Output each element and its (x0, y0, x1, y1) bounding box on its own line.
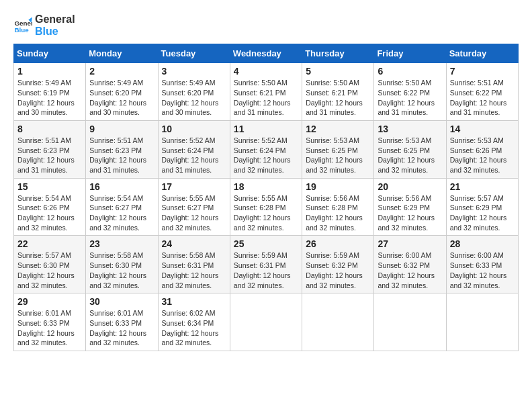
calendar-header-row: SundayMondayTuesdayWednesdayThursdayFrid… (14, 44, 519, 63)
calendar-header-tuesday: Tuesday (158, 44, 230, 63)
calendar-cell: 14 Sunrise: 5:53 AM Sunset: 6:26 PM Dayl… (446, 120, 518, 178)
day-number: 4 (234, 66, 298, 77)
day-number: 16 (89, 181, 154, 192)
day-number: 31 (162, 296, 226, 307)
day-number: 25 (234, 238, 298, 249)
day-number: 29 (17, 296, 82, 307)
calendar-cell (374, 293, 446, 351)
calendar-cell: 30 Sunrise: 6:01 AM Sunset: 6:33 PM Dayl… (86, 293, 158, 351)
calendar-cell: 16 Sunrise: 5:54 AM Sunset: 6:27 PM Dayl… (86, 178, 158, 236)
day-info: Sunrise: 5:51 AM Sunset: 6:23 PM Dayligh… (89, 136, 154, 175)
day-info: Sunrise: 5:56 AM Sunset: 6:28 PM Dayligh… (306, 193, 370, 233)
calendar-cell: 21 Sunrise: 5:57 AM Sunset: 6:29 PM Dayl… (446, 178, 518, 236)
day-number: 9 (89, 124, 154, 134)
day-number: 12 (306, 124, 370, 134)
day-number: 27 (378, 238, 442, 249)
calendar-header-saturday: Saturday (446, 44, 518, 63)
day-number: 20 (378, 181, 442, 192)
day-info: Sunrise: 5:58 AM Sunset: 6:30 PM Dayligh… (89, 250, 154, 290)
day-number: 11 (234, 124, 298, 134)
day-number: 17 (162, 181, 226, 192)
day-info: Sunrise: 5:49 AM Sunset: 6:20 PM Dayligh… (162, 78, 226, 118)
calendar-cell: 29 Sunrise: 6:01 AM Sunset: 6:33 PM Dayl… (14, 293, 86, 351)
day-info: Sunrise: 6:00 AM Sunset: 6:33 PM Dayligh… (450, 250, 515, 290)
logo-icon: General Blue (13, 16, 32, 35)
calendar-cell: 13 Sunrise: 5:53 AM Sunset: 6:25 PM Dayl… (374, 120, 446, 178)
day-info: Sunrise: 5:50 AM Sunset: 6:21 PM Dayligh… (234, 78, 298, 118)
calendar-cell: 17 Sunrise: 5:55 AM Sunset: 6:27 PM Dayl… (158, 178, 230, 236)
day-number: 13 (378, 124, 442, 134)
calendar-header-sunday: Sunday (14, 44, 86, 63)
day-info: Sunrise: 5:57 AM Sunset: 6:30 PM Dayligh… (17, 250, 82, 290)
day-info: Sunrise: 5:53 AM Sunset: 6:25 PM Dayligh… (378, 136, 442, 175)
calendar-cell: 31 Sunrise: 6:02 AM Sunset: 6:34 PM Dayl… (158, 293, 230, 351)
calendar-cell: 3 Sunrise: 5:49 AM Sunset: 6:20 PM Dayli… (158, 63, 230, 121)
calendar-cell: 26 Sunrise: 5:59 AM Sunset: 6:32 PM Dayl… (302, 236, 374, 293)
calendar-cell: 12 Sunrise: 5:53 AM Sunset: 6:25 PM Dayl… (302, 120, 374, 178)
day-number: 14 (450, 124, 515, 134)
svg-text:Blue: Blue (14, 26, 29, 33)
day-number: 7 (450, 66, 515, 77)
calendar-cell (302, 293, 374, 351)
logo-blue: Blue (35, 26, 75, 38)
day-info: Sunrise: 5:52 AM Sunset: 6:24 PM Dayligh… (162, 136, 226, 175)
calendar-cell: 18 Sunrise: 5:55 AM Sunset: 6:28 PM Dayl… (230, 178, 302, 236)
day-info: Sunrise: 5:57 AM Sunset: 6:29 PM Dayligh… (450, 193, 515, 233)
calendar-week-row: 15 Sunrise: 5:54 AM Sunset: 6:26 PM Dayl… (14, 178, 519, 236)
day-info: Sunrise: 5:54 AM Sunset: 6:27 PM Dayligh… (89, 193, 154, 233)
day-info: Sunrise: 5:50 AM Sunset: 6:21 PM Dayligh… (306, 78, 370, 118)
logo: General Blue General Blue (13, 13, 75, 37)
calendar-header-wednesday: Wednesday (230, 44, 302, 63)
calendar-cell: 4 Sunrise: 5:50 AM Sunset: 6:21 PM Dayli… (230, 63, 302, 121)
day-number: 15 (17, 181, 82, 192)
calendar-cell: 11 Sunrise: 5:52 AM Sunset: 6:24 PM Dayl… (230, 120, 302, 178)
calendar-cell: 15 Sunrise: 5:54 AM Sunset: 6:26 PM Dayl… (14, 178, 86, 236)
day-info: Sunrise: 5:54 AM Sunset: 6:26 PM Dayligh… (17, 193, 82, 233)
calendar-cell: 24 Sunrise: 5:58 AM Sunset: 6:31 PM Dayl… (158, 236, 230, 293)
day-number: 28 (450, 238, 515, 249)
day-info: Sunrise: 6:02 AM Sunset: 6:34 PM Dayligh… (162, 308, 226, 348)
day-info: Sunrise: 5:49 AM Sunset: 6:20 PM Dayligh… (89, 78, 154, 118)
day-number: 23 (89, 238, 154, 249)
calendar-cell: 23 Sunrise: 5:58 AM Sunset: 6:30 PM Dayl… (86, 236, 158, 293)
day-number: 3 (162, 66, 226, 77)
calendar-cell: 19 Sunrise: 5:56 AM Sunset: 6:28 PM Dayl… (302, 178, 374, 236)
calendar-cell: 25 Sunrise: 5:59 AM Sunset: 6:31 PM Dayl… (230, 236, 302, 293)
day-info: Sunrise: 5:53 AM Sunset: 6:25 PM Dayligh… (306, 136, 370, 175)
logo-general: General (35, 13, 75, 26)
day-number: 19 (306, 181, 370, 192)
day-number: 10 (162, 124, 226, 134)
day-info: Sunrise: 5:56 AM Sunset: 6:29 PM Dayligh… (378, 193, 442, 233)
calendar-cell: 8 Sunrise: 5:51 AM Sunset: 6:23 PM Dayli… (14, 120, 86, 178)
day-number: 26 (306, 238, 370, 249)
calendar-cell (230, 293, 302, 351)
calendar-cell: 9 Sunrise: 5:51 AM Sunset: 6:23 PM Dayli… (86, 120, 158, 178)
day-number: 18 (234, 181, 298, 192)
calendar-week-row: 22 Sunrise: 5:57 AM Sunset: 6:30 PM Dayl… (14, 236, 519, 293)
day-info: Sunrise: 5:59 AM Sunset: 6:31 PM Dayligh… (234, 250, 298, 290)
day-info: Sunrise: 5:55 AM Sunset: 6:27 PM Dayligh… (162, 193, 226, 233)
day-number: 2 (89, 66, 154, 77)
calendar-header-monday: Monday (86, 44, 158, 63)
calendar-header-thursday: Thursday (302, 44, 374, 63)
calendar-cell: 22 Sunrise: 5:57 AM Sunset: 6:30 PM Dayl… (14, 236, 86, 293)
calendar-cell: 1 Sunrise: 5:49 AM Sunset: 6:19 PM Dayli… (14, 63, 86, 121)
day-number: 30 (89, 296, 154, 307)
calendar-week-row: 1 Sunrise: 5:49 AM Sunset: 6:19 PM Dayli… (14, 63, 519, 121)
calendar-cell: 6 Sunrise: 5:50 AM Sunset: 6:22 PM Dayli… (374, 63, 446, 121)
day-number: 6 (378, 66, 442, 77)
day-number: 24 (162, 238, 226, 249)
day-info: Sunrise: 5:53 AM Sunset: 6:26 PM Dayligh… (450, 136, 515, 175)
day-number: 8 (17, 124, 82, 134)
day-info: Sunrise: 5:58 AM Sunset: 6:31 PM Dayligh… (162, 250, 226, 290)
day-info: Sunrise: 6:00 AM Sunset: 6:32 PM Dayligh… (378, 250, 442, 290)
calendar-cell: 5 Sunrise: 5:50 AM Sunset: 6:21 PM Dayli… (302, 63, 374, 121)
calendar-cell: 7 Sunrise: 5:51 AM Sunset: 6:22 PM Dayli… (446, 63, 518, 121)
calendar-week-row: 8 Sunrise: 5:51 AM Sunset: 6:23 PM Dayli… (14, 120, 519, 178)
day-number: 21 (450, 181, 515, 192)
calendar-week-row: 29 Sunrise: 6:01 AM Sunset: 6:33 PM Dayl… (14, 293, 519, 351)
calendar-header-friday: Friday (374, 44, 446, 63)
day-number: 22 (17, 238, 82, 249)
calendar-cell: 20 Sunrise: 5:56 AM Sunset: 6:29 PM Dayl… (374, 178, 446, 236)
day-info: Sunrise: 5:55 AM Sunset: 6:28 PM Dayligh… (234, 193, 298, 233)
